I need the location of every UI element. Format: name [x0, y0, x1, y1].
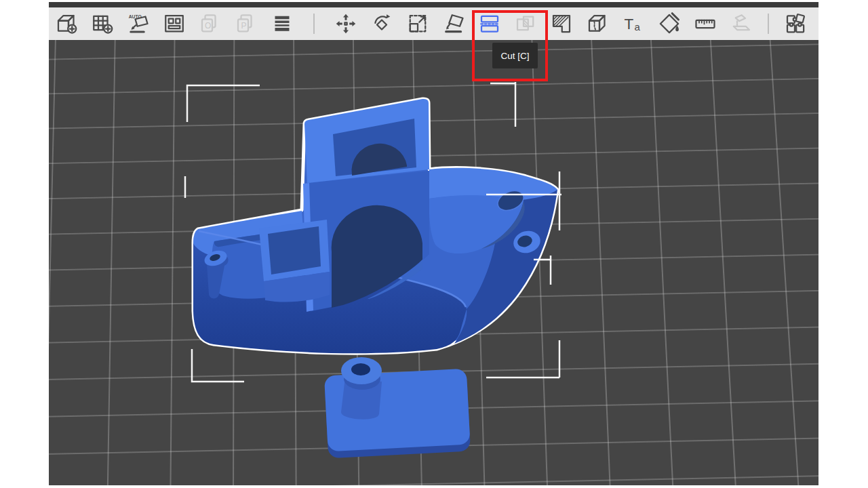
- move-button[interactable]: [331, 9, 361, 39]
- copy-icon: O: [198, 12, 222, 36]
- variable-layer-height-icon: [270, 12, 294, 36]
- arrange-icon: [162, 12, 186, 36]
- cut-tooltip: Cut [C]: [492, 43, 538, 68]
- cut-icon: [477, 12, 502, 36]
- paste-button: P: [231, 9, 261, 39]
- mesh-boolean-icon: [513, 12, 538, 36]
- bracket-top-left: [187, 85, 260, 122]
- 3d-viewport[interactable]: [49, 40, 818, 485]
- cut-tooltip-label: Cut [C]: [500, 51, 529, 61]
- cut-button[interactable]: [475, 9, 505, 39]
- scene-canvas: [49, 40, 818, 485]
- rotate-icon: [370, 12, 394, 36]
- measure-button[interactable]: [690, 9, 720, 39]
- measure-icon: [693, 12, 717, 36]
- support-painting-icon: [549, 12, 574, 36]
- seam-painting-button[interactable]: [583, 9, 612, 39]
- svg-text:P: P: [241, 21, 247, 30]
- add-plate-icon: [90, 12, 115, 36]
- scale-button[interactable]: [403, 9, 433, 39]
- add-model-icon: [54, 12, 79, 36]
- seam-painting-icon: [585, 12, 610, 36]
- svg-text:T: T: [625, 16, 634, 33]
- cargo-box-recess: [268, 226, 321, 274]
- move-icon: [334, 12, 358, 36]
- support-painting-button[interactable]: [547, 9, 576, 39]
- window-chrome-strip: [49, 2, 818, 7]
- bracket-bottom-right: [486, 340, 559, 378]
- add-plate-button[interactable]: [87, 9, 117, 39]
- svg-text:a: a: [635, 21, 641, 33]
- auto-orient-button[interactable]: AUTO: [123, 9, 153, 39]
- chimney-hole: [351, 363, 370, 375]
- mesh-boolean-button: [511, 9, 540, 39]
- auto-orient-icon: AUTO: [126, 12, 151, 36]
- rotate-button[interactable]: [367, 9, 397, 39]
- assembly-view-button: [726, 9, 756, 39]
- bracket-top-right: [490, 82, 516, 127]
- main-toolbar: AUTO O P: [49, 7, 818, 40]
- copy-button: O: [195, 9, 225, 39]
- split-button[interactable]: [781, 9, 810, 39]
- split-icon: [783, 12, 808, 36]
- paste-icon: P: [234, 12, 258, 36]
- toolbar-separator: [768, 14, 769, 34]
- toolbar-separator: [313, 14, 315, 34]
- color-painting-button[interactable]: [654, 9, 684, 39]
- svg-text:O: O: [205, 21, 211, 30]
- app-window: AUTO O P: [49, 2, 818, 485]
- variable-layer-height-button[interactable]: [267, 9, 297, 39]
- scale-icon: [406, 12, 430, 36]
- assembly-view-icon: [729, 12, 753, 36]
- lay-on-face-icon: [441, 12, 466, 36]
- arrange-button[interactable]: [159, 9, 189, 39]
- text-tool-button[interactable]: T a: [618, 9, 648, 39]
- lay-on-face-button[interactable]: [439, 9, 469, 39]
- bracket-lower-right: [534, 256, 551, 285]
- color-painting-icon: [657, 12, 682, 36]
- cut-piece-model[interactable]: [324, 357, 471, 458]
- bracket-bottom-left: [192, 349, 244, 382]
- benchy-model[interactable]: [193, 99, 557, 353]
- add-model-button[interactable]: [52, 9, 81, 39]
- text-tool-icon: T a: [621, 12, 646, 36]
